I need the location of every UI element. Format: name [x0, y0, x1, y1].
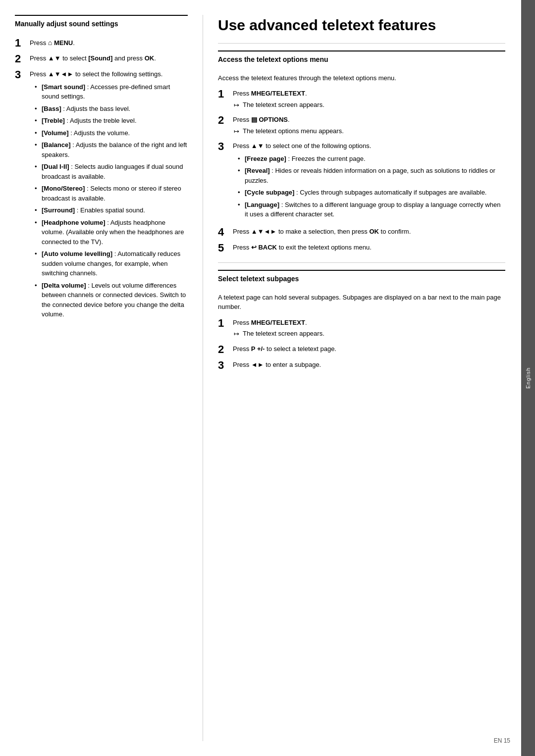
step-1-result-text: The teletext screen appears. — [243, 100, 324, 110]
divider-1 — [218, 43, 505, 44]
step-2-content: Press ▲▼ to select [Sound] and press OK. — [30, 53, 188, 63]
step-number-1: 1 — [15, 38, 26, 49]
right-step-5: 5 Press ↩ BACK to exit the teletext opti… — [218, 243, 505, 253]
side-language-tab: English — [521, 0, 535, 756]
bullet-auto-volume: [Auto volume levelling] : Automatically … — [35, 249, 188, 278]
step-1-content: Press ⌂ MENU. — [30, 38, 188, 48]
right-step-number-4: 4 — [218, 227, 229, 238]
side-tab-label: English — [525, 367, 531, 389]
subpage-step-3: 3 Press ◄► to enter a subpage. — [218, 360, 505, 371]
section-select-subpages: Select teletext subpages A teletext page… — [218, 270, 505, 371]
bullet-mono-stereo: [Mono/Stereo] : Selects mono or stereo i… — [35, 184, 188, 203]
right-step-number-3: 3 — [218, 141, 229, 152]
bullet-delta-volume: [Delta volume] : Levels out volume diffe… — [35, 281, 188, 319]
subpage-step-2: 2 Press P +/- to select a teletext page. — [218, 344, 505, 355]
subpage-step-number-3: 3 — [218, 360, 229, 371]
left-column: Manually adjust sound settings 1 Press ⌂… — [15, 15, 203, 741]
bullet-bass: [Bass] : Adjusts the bass level. — [35, 104, 188, 114]
bullet-balance: [Balance] : Adjusts the balance of the r… — [35, 140, 188, 159]
right-step-4: 4 Press ▲▼◄► to make a selection, then p… — [218, 227, 505, 238]
step-2: 2 Press ▲▼ to select [Sound] and press O… — [15, 53, 188, 64]
step-2-result: ↦ The teletext options menu appears. — [234, 126, 505, 137]
step-3: 3 Press ▲▼◄► to select the following set… — [15, 69, 188, 322]
arrow-icon-3: ↦ — [234, 329, 241, 339]
subpage-step-number-2: 2 — [218, 344, 229, 355]
subpage-step-2-content: Press P +/- to select a teletext page. — [233, 344, 505, 354]
right-step-5-content: Press ↩ BACK to exit the teletext option… — [233, 243, 505, 252]
step-2-result-text: The teletext options menu appears. — [243, 126, 344, 136]
subpage-step-1-result: ↦ The teletext screen appears. — [234, 329, 505, 339]
subpage-step-number-1: 1 — [218, 318, 229, 329]
bullet-reveal: [Reveal] : Hides or reveals hidden infor… — [238, 166, 505, 185]
right-step-number-1: 1 — [218, 89, 229, 100]
right-step-3-content: Press ▲▼ to select one of the following … — [233, 141, 505, 222]
subpage-step-1: 1 Press MHEG/TELETEXT. ↦ The teletext sc… — [218, 318, 505, 339]
bullet-freeze-page: [Freeze page] : Freezes the current page… — [238, 154, 505, 164]
step-1-result: ↦ The teletext screen appears. — [234, 100, 505, 110]
right-step-1-content: Press MHEG/TELETEXT. ↦ The teletext scre… — [233, 89, 505, 110]
bullet-dual: [Dual I-II] : Selects audio languages if… — [35, 162, 188, 181]
bullet-cycle-subpage: [Cycle subpage] : Cycles through subpage… — [238, 188, 505, 198]
right-step-2: 2 Press ▤ OPTIONS. ↦ The teletext option… — [218, 115, 505, 136]
bullet-language: [Language] : Switches to a different lan… — [238, 200, 505, 219]
section-subpages-title: Select teletext subpages — [218, 270, 505, 287]
bullet-smart-sound: [Smart sound] : Accesses pre-defined sma… — [35, 82, 188, 101]
step-number-2: 2 — [15, 53, 26, 64]
section-access-title: Access the teletext options menu — [218, 50, 505, 67]
settings-bullet-list: [Smart sound] : Accesses pre-defined sma… — [30, 82, 188, 319]
bullet-volume: [Volume] : Adjusts the volume. — [35, 128, 188, 138]
bullet-surround: [Surround] : Enables spatial sound. — [35, 205, 188, 215]
right-step-1: 1 Press MHEG/TELETEXT. ↦ The teletext sc… — [218, 89, 505, 110]
right-column: Use advanced teletext features Access th… — [218, 15, 510, 741]
right-step-4-content: Press ▲▼◄► to make a selection, then pre… — [233, 227, 505, 237]
right-step-3: 3 Press ▲▼ to select one of the followin… — [218, 141, 505, 222]
right-step-number-2: 2 — [218, 115, 229, 126]
section-access-intro: Access the teletext features through the… — [218, 73, 505, 83]
options-bullet-list: [Freeze page] : Freezes the current page… — [233, 154, 505, 219]
left-section-title: Manually adjust sound settings — [15, 15, 188, 32]
subpage-step-3-content: Press ◄► to enter a subpage. — [233, 360, 505, 370]
bullet-treble: [Treble] : Adjusts the treble level. — [35, 116, 188, 126]
step-number-3: 3 — [15, 69, 26, 80]
bullet-headphone: [Headphone volume] : Adjusts headphone v… — [35, 218, 188, 247]
section-subpages-intro: A teletext page can hold several subpage… — [218, 293, 505, 312]
page-big-title: Use advanced teletext features — [218, 15, 505, 34]
page-footer: EN 15 — [494, 737, 510, 744]
step-1: 1 Press ⌂ MENU. — [15, 38, 188, 49]
divider-2 — [218, 262, 505, 263]
right-step-number-5: 5 — [218, 243, 229, 253]
right-step-2-content: Press ▤ OPTIONS. ↦ The teletext options … — [233, 115, 505, 136]
subpage-step-1-result-text: The teletext screen appears. — [243, 329, 324, 339]
arrow-icon-2: ↦ — [234, 127, 241, 137]
section-access-teletext: Access the teletext options menu Access … — [218, 50, 505, 253]
step-3-content: Press ▲▼◄► to select the following setti… — [30, 69, 188, 322]
subpage-step-1-content: Press MHEG/TELETEXT. ↦ The teletext scre… — [233, 318, 505, 339]
arrow-icon-1: ↦ — [234, 101, 241, 110]
